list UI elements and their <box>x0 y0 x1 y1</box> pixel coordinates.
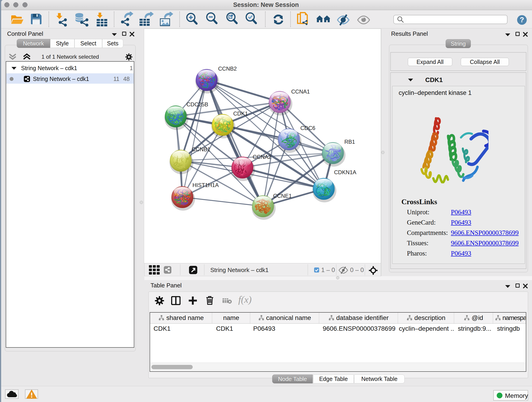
svg-text:CDC25B: CDC25B <box>186 101 208 108</box>
svg-text:CCNB2: CCNB2 <box>218 65 237 72</box>
svg-text:CCNB1: CCNB1 <box>192 146 210 153</box>
svg-text:CDK1: CDK1 <box>233 110 248 117</box>
svg-text:CCNE1: CCNE1 <box>273 193 292 199</box>
svg-text:CDKN1A: CDKN1A <box>334 169 356 175</box>
svg-text:CCNA2: CCNA2 <box>253 154 271 160</box>
svg-text:HIST1H1A: HIST1H1A <box>192 182 219 188</box>
svg-text:RB1: RB1 <box>344 139 355 145</box>
svg-text:CCNA1: CCNA1 <box>291 89 310 95</box>
svg-text:CDC6: CDC6 <box>300 125 315 131</box>
